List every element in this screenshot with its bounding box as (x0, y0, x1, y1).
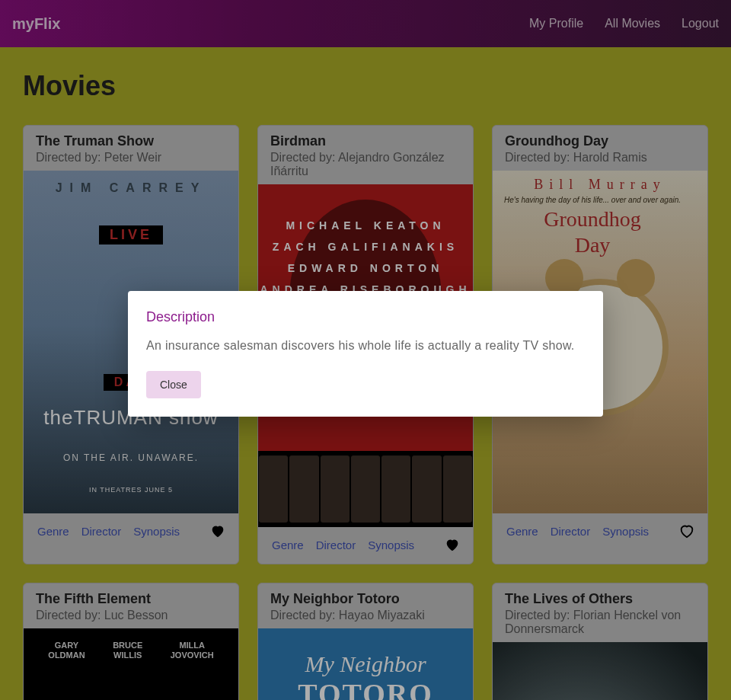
close-button[interactable]: Close (146, 371, 201, 398)
description-dialog: Description An insurance salesman discov… (128, 291, 603, 417)
dialog-title: Description (146, 309, 585, 325)
dialog-body: An insurance salesman discovers his whol… (146, 339, 585, 353)
